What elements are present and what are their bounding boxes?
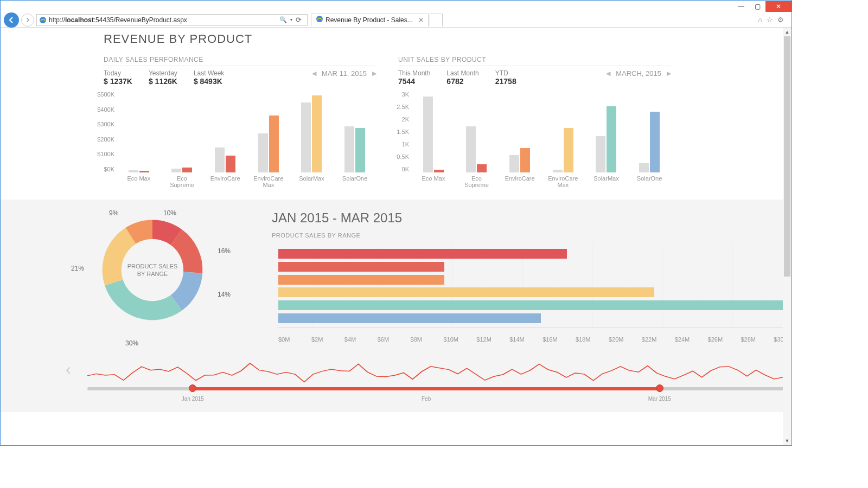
window-maximize-button[interactable]: ▢ xyxy=(749,1,765,12)
tab-close-icon[interactable]: ✕ xyxy=(418,16,424,24)
slider-tick-label: Feb xyxy=(422,396,431,402)
page-title: REVENUE BY PRODUCT xyxy=(104,32,792,46)
range-title: JAN 2015 - MAR 2015 xyxy=(272,210,792,226)
ie-icon xyxy=(39,16,47,24)
scroll-down-icon[interactable]: ▼ xyxy=(783,436,792,445)
scroll-thumb[interactable] xyxy=(784,36,790,277)
date-current: MARCH, 2015 xyxy=(616,69,661,78)
new-tab-button[interactable] xyxy=(430,14,443,27)
url-text: http://localhost:54435/RevenueByProduct.… xyxy=(49,16,187,24)
date-prev-button[interactable]: ◀ xyxy=(312,70,316,77)
window-titlebar: — ▢ ✕ xyxy=(1,1,792,12)
range-slider-handle-start[interactable] xyxy=(189,384,196,392)
panel-title: UNIT SALES BY PRODUCT xyxy=(398,56,671,66)
tab-title: Revenue By Product - Sales... xyxy=(326,16,413,24)
date-current: MAR 11, 2015 xyxy=(322,69,367,78)
donut-chart: PRODUCT SALES BY RANGE 10%16%14%30%21%9% xyxy=(55,210,250,330)
dropdown-icon[interactable]: ▾ xyxy=(290,17,292,22)
nav-forward-button[interactable] xyxy=(21,14,34,27)
date-next-button[interactable]: ▶ xyxy=(667,70,671,77)
refresh-icon[interactable]: ⟳ xyxy=(296,16,302,24)
unit-sales-panel: UNIT SALES BY PRODUCT This Month7544 Las… xyxy=(398,56,671,189)
stat-label: Last Month xyxy=(446,69,478,77)
range-slider-section: ‹ › Jan 2015 Feb Mar 2015 xyxy=(55,354,792,412)
stat-label: Last Week xyxy=(194,69,224,77)
favorites-icon[interactable]: ☆ xyxy=(767,16,773,24)
slider-tick-label: Jan 2015 xyxy=(182,396,204,402)
settings-icon[interactable]: ⚙ xyxy=(777,16,784,24)
panel-title: DAILY SALES PERFORMANCE xyxy=(104,56,376,66)
range-prev-button[interactable]: ‹ xyxy=(66,360,71,378)
stat-label: This Month xyxy=(398,69,430,77)
range-slider-track[interactable] xyxy=(87,387,792,390)
range-slider-selection xyxy=(193,387,660,390)
stat-value: $ 1237K xyxy=(104,77,132,86)
product-sales-hbar-chart: $0M$2M$4M$6M$8M$10M$12M$14M$16M$18M$20M$… xyxy=(272,245,792,343)
ie-icon xyxy=(316,15,323,24)
window-minimize-button[interactable]: — xyxy=(733,1,749,12)
sparkline-chart xyxy=(87,359,792,386)
browser-tab[interactable]: Revenue By Product - Sales... ✕ xyxy=(311,14,429,27)
daily-sales-chart: $500K$400K$300K$200K$100K$0KEco MaxEco S… xyxy=(87,91,376,189)
donut-center-text: PRODUCT SALES xyxy=(127,262,178,270)
stat-value: 6782 xyxy=(446,77,478,86)
stat-label: Yesterday xyxy=(149,69,177,77)
stat-value: 21758 xyxy=(495,77,516,86)
home-icon[interactable]: ⌂ xyxy=(758,16,762,24)
scroll-up-icon[interactable]: ▲ xyxy=(783,28,792,36)
daily-sales-panel: DAILY SALES PERFORMANCE Today$ 1237K Yes… xyxy=(104,56,376,189)
slider-tick-label: Mar 2015 xyxy=(648,396,671,402)
range-subtitle: PRODUCT SALES BY RANGE xyxy=(272,232,792,239)
url-bar[interactable]: http://localhost:54435/RevenueByProduct.… xyxy=(36,14,308,26)
stat-label: Today xyxy=(104,69,132,77)
window-close-button[interactable]: ✕ xyxy=(765,1,792,12)
stat-value: $ 1126K xyxy=(149,77,177,86)
svg-point-1 xyxy=(316,16,323,22)
nav-back-button[interactable] xyxy=(4,12,19,28)
stat-value: $ 8493K xyxy=(194,77,224,86)
unit-sales-chart: 3K2.5K2K1.5K1K0.5K0KEco MaxEco SupremeEn… xyxy=(382,91,671,189)
browser-navbar: http://localhost:54435/RevenueByProduct.… xyxy=(1,12,792,28)
range-slider-handle-end[interactable] xyxy=(656,384,663,392)
donut-center-text: BY RANGE xyxy=(127,270,178,278)
stat-value: 7544 xyxy=(398,77,430,86)
date-prev-button[interactable]: ◀ xyxy=(606,70,610,77)
svg-point-0 xyxy=(40,17,46,23)
vertical-scrollbar[interactable]: ▲ ▼ xyxy=(783,28,792,445)
date-next-button[interactable]: ▶ xyxy=(372,70,376,77)
stat-label: YTD xyxy=(495,69,516,77)
search-icon[interactable]: 🔍 xyxy=(279,16,287,23)
